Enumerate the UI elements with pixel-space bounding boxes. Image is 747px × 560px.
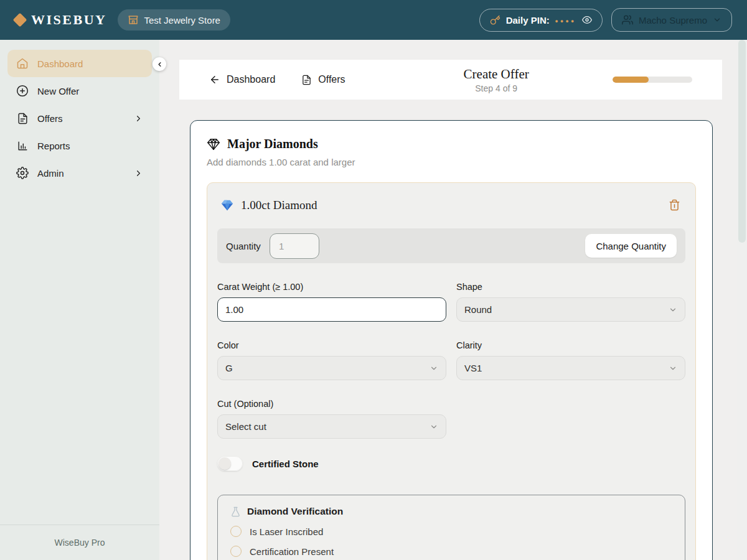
sidebar-item-dashboard[interactable]: Dashboard <box>7 50 152 77</box>
color-label: Color <box>217 340 446 350</box>
bar-chart-icon <box>16 139 29 152</box>
chevron-right-icon <box>134 114 143 123</box>
major-diamonds-card: Major Diamonds Add diamonds 1.00 carat a… <box>190 120 713 560</box>
carat-input[interactable] <box>217 297 446 322</box>
clarity-label: Clarity <box>456 340 685 350</box>
radio-icon[interactable] <box>230 526 242 537</box>
certified-stone-label: Certified Stone <box>252 459 319 469</box>
sidebar-item-label: New Offer <box>37 86 79 96</box>
key-icon <box>490 15 500 26</box>
chevron-down-icon <box>430 422 438 431</box>
eye-icon[interactable] <box>582 15 592 25</box>
chevron-down-icon <box>430 364 438 373</box>
app-header: WISEBUY Test Jewelry Store Daily PIN: ••… <box>0 0 747 40</box>
chevron-down-icon <box>713 16 721 24</box>
scrollbar-thumb[interactable] <box>738 40 746 243</box>
sidebar-item-label: Admin <box>37 168 64 179</box>
main-content: Dashboard Offers Create Offer Step 4 of … <box>159 40 747 560</box>
cut-value: Select cut <box>225 421 266 432</box>
shape-select[interactable]: Round <box>456 297 685 322</box>
section-subtitle: Add diamonds 1.00 carat and larger <box>207 157 696 167</box>
user-name: Macho Supremo <box>639 15 707 26</box>
brand-logo[interactable]: WISEBUY <box>15 12 106 28</box>
clarity-value: VS1 <box>464 363 482 373</box>
brand-diamond-icon <box>13 13 27 27</box>
quantity-label: Quantity <box>226 241 261 251</box>
sidebar-footer-label: WiseBuy Pro <box>55 538 105 548</box>
brand-name: WISEBUY <box>31 12 106 28</box>
daily-pin-pill[interactable]: Daily PIN: •••• <box>479 9 603 32</box>
shape-field: Shape Round <box>456 282 685 322</box>
option-label: Certification Present <box>250 546 334 557</box>
home-icon <box>16 57 29 70</box>
shape-value: Round <box>464 304 492 315</box>
delete-diamond-button[interactable] <box>666 197 683 213</box>
progress-bar <box>613 77 692 83</box>
sidebar-item-label: Dashboard <box>37 58 83 69</box>
back-link-label: Dashboard <box>227 74 275 85</box>
color-select[interactable]: G <box>217 356 446 380</box>
page-title: Create Offer <box>464 67 529 82</box>
verification-title: Diamond Verification <box>247 506 343 517</box>
chevron-right-icon <box>134 169 143 178</box>
cut-field: Cut (Optional) Select cut <box>217 399 446 439</box>
breadcrumb: Dashboard Offers Create Offer Step 4 of … <box>179 60 722 100</box>
store-badge[interactable]: Test Jewelry Store <box>118 9 230 30</box>
sidebar-item-label: Offers <box>37 113 63 124</box>
diamond-item-title: 1.00ct Diamond <box>241 198 317 212</box>
chevron-down-icon <box>669 364 677 373</box>
step-indicator: Step 4 of 9 <box>464 83 529 93</box>
cut-select[interactable]: Select cut <box>217 414 446 439</box>
user-menu[interactable]: Macho Supremo <box>611 8 732 32</box>
sidebar-item-admin[interactable]: Admin <box>7 159 152 187</box>
diamond-outline-icon <box>207 138 220 151</box>
sidebar: Dashboard New Offer Offers <box>0 40 159 560</box>
daily-pin-label: Daily PIN: <box>506 15 550 26</box>
document-icon <box>16 112 29 124</box>
wizard-title-block: Create Offer Step 4 of 9 <box>464 67 529 93</box>
gear-icon <box>16 167 29 179</box>
store-icon <box>128 14 139 26</box>
document-icon <box>301 75 312 85</box>
verification-option-laser[interactable]: Is Laser Inscribed <box>230 526 672 537</box>
blue-diamond-icon <box>220 198 235 212</box>
shape-label: Shape <box>456 282 685 292</box>
sidebar-item-new-offer[interactable]: New Offer <box>7 77 152 105</box>
daily-pin-dots: •••• <box>555 15 576 26</box>
offers-link-label: Offers <box>318 74 345 85</box>
sidebar-item-reports[interactable]: Reports <box>7 132 152 159</box>
radio-icon[interactable] <box>230 546 242 557</box>
flask-icon <box>230 506 241 517</box>
clarity-field: Clarity VS1 <box>456 340 685 380</box>
cut-label: Cut (Optional) <box>217 399 446 409</box>
diamond-verification-box: Diamond Verification Is Laser Inscribed … <box>217 495 685 560</box>
toggle-knob <box>218 457 231 470</box>
certified-stone-toggle[interactable] <box>217 456 243 471</box>
change-quantity-button[interactable]: Change Quantity <box>585 234 677 258</box>
quantity-input[interactable] <box>270 233 319 259</box>
sidebar-footer: WiseBuy Pro <box>0 525 159 560</box>
color-field: Color G <box>217 340 446 380</box>
sidebar-item-offers[interactable]: Offers <box>7 105 152 132</box>
users-icon <box>622 14 633 26</box>
chevron-down-icon <box>669 306 677 314</box>
header-right: Daily PIN: •••• Macho Supremo <box>479 8 732 32</box>
sidebar-item-label: Reports <box>37 141 70 151</box>
option-label: Is Laser Inscribed <box>250 526 323 537</box>
arrow-left-icon <box>209 74 220 85</box>
quantity-row: Quantity Change Quantity <box>217 228 685 263</box>
progress-fill <box>613 77 649 83</box>
diamond-item-card: 1.00ct Diamond Quantity Change Quantity … <box>207 182 696 560</box>
plus-circle-icon <box>16 85 29 97</box>
section-title: Major Diamonds <box>227 137 318 151</box>
carat-label: Carat Weight (≥ 1.00) <box>217 282 446 292</box>
offers-link[interactable]: Offers <box>301 74 345 85</box>
verification-option-certification[interactable]: Certification Present <box>230 546 672 557</box>
carat-field: Carat Weight (≥ 1.00) <box>217 282 446 322</box>
sidebar-collapse-button[interactable] <box>153 57 166 71</box>
back-to-dashboard-link[interactable]: Dashboard <box>209 74 275 85</box>
certified-stone-row: Certified Stone <box>217 456 685 471</box>
scrollbar-track[interactable] <box>737 40 747 560</box>
clarity-select[interactable]: VS1 <box>456 356 685 380</box>
color-value: G <box>225 363 233 373</box>
